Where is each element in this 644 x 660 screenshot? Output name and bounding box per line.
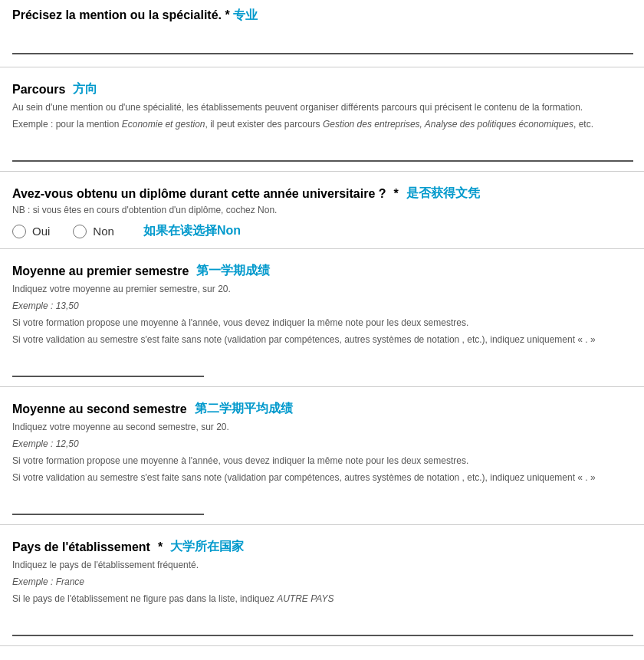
- semestre1-title: Moyenne au premier semestre 第一学期成绩: [12, 263, 632, 279]
- semestre2-chinese-link[interactable]: 第二学期平均成绩: [195, 401, 293, 417]
- pays-chinese-link[interactable]: 大学所在国家: [170, 539, 244, 555]
- pays-desc2: Si le pays de l'établissement ne figure …: [12, 592, 632, 606]
- pays-exemple: Exemple : France: [12, 575, 632, 589]
- pays-section: Pays de l'établissement * 大学所在国家 Indique…: [0, 525, 644, 646]
- semestre2-section: Moyenne au second semestre 第二学期平均成绩 Indi…: [0, 387, 644, 525]
- specialite-label: Précisez la mention ou la spécialité. * …: [12, 8, 258, 24]
- semestre2-exemple: Exemple : 12,50: [12, 437, 632, 451]
- parcours-input[interactable]: [12, 137, 633, 162]
- diplome-radio-group: Oui Non 如果在读选择Non: [12, 223, 632, 239]
- parcours-section: Parcours 方向 Au sein d'une mention ou d'u…: [0, 67, 644, 172]
- semestre1-desc2: Si votre formation propose une moyenne à…: [12, 316, 632, 330]
- diplome-non-option[interactable]: Non: [73, 225, 114, 238]
- semestre1-input[interactable]: [12, 353, 204, 377]
- parcours-title: Parcours 方向: [12, 81, 632, 97]
- diplome-non-radio[interactable]: [73, 225, 87, 238]
- pays-title: Pays de l'établissement * 大学所在国家: [12, 539, 632, 555]
- diplome-chinese-link[interactable]: 是否获得文凭: [406, 186, 480, 202]
- specialite-title: Précisez la mention ou la spécialité. * …: [12, 8, 632, 24]
- specialite-input[interactable]: [12, 30, 633, 54]
- specialite-section: Précisez la mention ou la spécialité. * …: [0, 0, 644, 67]
- diplome-title: Avez-vous obtenu un diplôme durant cette…: [12, 186, 632, 202]
- diplome-annotation: 如果在读选择Non: [143, 223, 241, 239]
- parcours-desc1: Au sein d'une mention ou d'une spécialit…: [12, 100, 632, 114]
- diplome-nb: NB : si vous êtes en cours d'obtention d…: [12, 205, 632, 215]
- semestre1-desc1: Indiquez votre moyenne au premier semest…: [12, 282, 632, 296]
- semestre2-desc1: Indiquez votre moyenne au second semestr…: [12, 420, 632, 434]
- semestre1-chinese-link[interactable]: 第一学期成绩: [196, 263, 270, 279]
- semestre2-desc2: Si votre formation propose une moyenne à…: [12, 454, 632, 468]
- semestre2-desc3: Si votre validation au semestre s'est fa…: [12, 471, 632, 484]
- pays-desc1: Indiquez le pays de l'établissement fréq…: [12, 558, 632, 572]
- pays-input[interactable]: [12, 612, 633, 636]
- diplome-oui-label: Oui: [32, 225, 50, 238]
- semestre2-input[interactable]: [12, 491, 204, 515]
- semestre1-desc3: Si votre validation au semestre s'est fa…: [12, 333, 632, 346]
- specialite-chinese-link[interactable]: 专业: [233, 8, 258, 21]
- parcours-desc2: Exemple : pour la mention Economie et ge…: [12, 117, 632, 131]
- semestre1-exemple: Exemple : 13,50: [12, 299, 632, 313]
- parcours-chinese-link[interactable]: 方向: [73, 81, 97, 97]
- diplome-oui-radio[interactable]: [12, 225, 26, 238]
- diplome-oui-option[interactable]: Oui: [12, 225, 50, 238]
- diplome-non-label: Non: [93, 225, 114, 238]
- diplome-section: Avez-vous obtenu un diplôme durant cette…: [0, 172, 644, 249]
- semestre1-section: Moyenne au premier semestre 第一学期成绩 Indiq…: [0, 249, 644, 387]
- semestre2-title: Moyenne au second semestre 第二学期平均成绩: [12, 401, 632, 417]
